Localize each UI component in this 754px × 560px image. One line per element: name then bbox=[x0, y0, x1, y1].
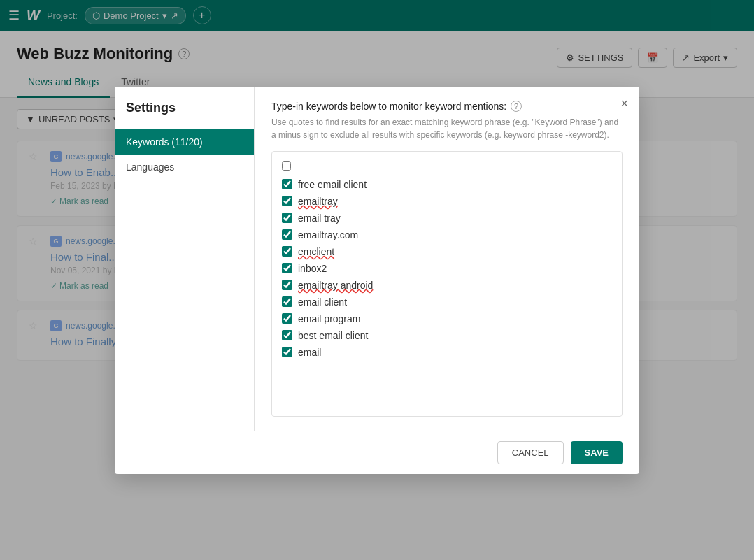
modal-sidebar-title: Settings bbox=[115, 101, 254, 129]
keyword-text: emailtray android bbox=[298, 280, 373, 291]
keyword-row: emclient bbox=[279, 243, 615, 260]
select-all-row bbox=[279, 159, 615, 173]
keyword-checkbox[interactable] bbox=[282, 280, 292, 290]
keyword-text: email bbox=[298, 347, 321, 358]
keywords-container: free email clientemailtrayemail trayemai… bbox=[279, 176, 615, 361]
keyword-checkbox[interactable] bbox=[282, 347, 292, 357]
keyword-row: best email client bbox=[279, 327, 615, 344]
keyword-row: emailtray.com bbox=[279, 227, 615, 243]
keyword-row: email program bbox=[279, 310, 615, 327]
modal-sidebar: Settings Keywords (11/20)Languages bbox=[115, 87, 255, 431]
keyword-checkbox[interactable] bbox=[282, 246, 292, 257]
keyword-checkbox[interactable] bbox=[282, 196, 292, 206]
keyword-checkbox[interactable] bbox=[282, 179, 292, 189]
modal-body: Settings Keywords (11/20)Languages Type-… bbox=[115, 87, 639, 431]
keyword-row: email tray bbox=[279, 210, 615, 227]
sidebar-nav-item[interactable]: Languages bbox=[115, 155, 254, 180]
keyword-row: inbox2 bbox=[279, 260, 615, 277]
sidebar-nav-item[interactable]: Keywords (11/20) bbox=[115, 129, 254, 155]
keyword-checkbox[interactable] bbox=[282, 313, 292, 324]
cancel-button[interactable]: CANCEL bbox=[497, 441, 564, 464]
keyword-checkbox[interactable] bbox=[282, 213, 292, 223]
keyword-text: best email client bbox=[298, 330, 368, 341]
keyword-checkbox[interactable] bbox=[282, 229, 292, 240]
keyword-text: email tray bbox=[298, 213, 341, 224]
keywords-list: free email clientemailtrayemail trayemai… bbox=[271, 151, 623, 417]
keyword-row: free email client bbox=[279, 176, 615, 193]
keyword-text: inbox2 bbox=[298, 263, 327, 274]
keyword-text: free email client bbox=[298, 179, 367, 190]
keyword-text: emailtray bbox=[298, 196, 338, 207]
save-button[interactable]: SAVE bbox=[571, 441, 623, 464]
modal-close-button[interactable]: × bbox=[620, 96, 628, 111]
modal-description: Use quotes to find results for an exact … bbox=[271, 116, 623, 141]
keyword-text: emailtray.com bbox=[298, 229, 358, 240]
keyword-row: email client bbox=[279, 294, 615, 310]
keyword-text: email program bbox=[298, 313, 360, 324]
modal-content-area: Type-in keywords below to monitor keywor… bbox=[255, 87, 639, 431]
instruction-help-icon[interactable]: ? bbox=[511, 101, 522, 112]
keyword-row: email bbox=[279, 344, 615, 361]
modal-instruction: Type-in keywords below to monitor keywor… bbox=[271, 101, 623, 112]
select-all-checkbox[interactable] bbox=[282, 161, 291, 171]
sidebar-navigation: Keywords (11/20)Languages bbox=[115, 129, 254, 180]
modal-overlay: × Settings Keywords (11/20)Languages Typ… bbox=[0, 0, 754, 560]
keyword-row: emailtray android bbox=[279, 277, 615, 294]
keyword-checkbox[interactable] bbox=[282, 330, 292, 340]
keyword-checkbox[interactable] bbox=[282, 263, 292, 273]
keyword-checkbox[interactable] bbox=[282, 296, 292, 307]
keyword-row: emailtray bbox=[279, 193, 615, 210]
settings-modal: × Settings Keywords (11/20)Languages Typ… bbox=[115, 87, 639, 474]
keyword-text: email client bbox=[298, 296, 347, 308]
modal-footer: CANCEL SAVE bbox=[115, 431, 639, 474]
keyword-text: emclient bbox=[298, 246, 334, 257]
